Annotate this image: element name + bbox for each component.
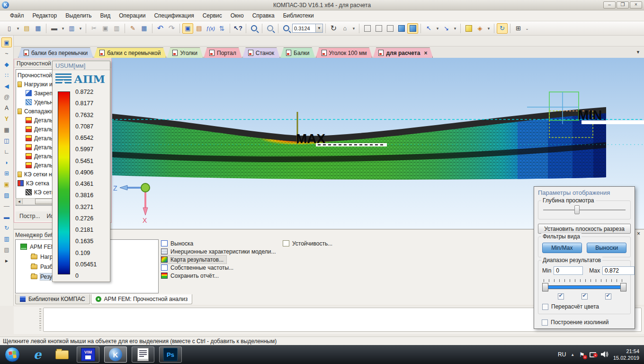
rail-sketch-icon[interactable]: ◆ <box>1 59 12 69</box>
max-value-input[interactable] <box>602 266 635 275</box>
properties-table-icon[interactable]: ▦ <box>139 23 150 34</box>
document-tab[interactable]: Портал × <box>204 47 242 58</box>
scale-combo[interactable]: 0.3124 ▼ <box>292 24 323 33</box>
fem-menu-item[interactable]: Собственные частоты... <box>161 264 236 272</box>
fem-menu-item[interactable]: Карта результатов... <box>161 255 226 264</box>
rotate-icon[interactable]: ↻ <box>328 23 339 34</box>
open-icon[interactable]: ▤ <box>21 23 32 34</box>
numbering-icon[interactable]: ⇅ <box>216 23 227 34</box>
menu-item[interactable]: Редактор <box>28 11 62 20</box>
result-legend-panel[interactable]: USUM[мм] АПМ 0.87220.81770.76320.70870.6… <box>52 61 110 282</box>
triad-origin[interactable] <box>141 183 150 192</box>
variables-icon[interactable]: ▤ <box>194 23 205 34</box>
rebuild-icon[interactable]: ↻ <box>497 23 508 34</box>
paste-icon[interactable]: ▥ <box>111 23 122 34</box>
copy-icon[interactable]: ▣ <box>100 23 111 34</box>
document-tab-label[interactable]: балки с перемычкой <box>107 50 161 56</box>
tab-apm-fem-label[interactable]: APM FEM: Прочностной анализ <box>104 296 188 302</box>
toolbar-overflow-icon[interactable]: ⌄ <box>524 23 530 34</box>
select-filter-icon[interactable]: ↖ <box>423 23 434 34</box>
menu-item[interactable]: Библиотеки <box>279 11 318 20</box>
view-depth-slider-handle[interactable] <box>574 205 580 214</box>
shaded-edges-view-icon[interactable] <box>407 23 418 34</box>
tab-kompas-libraries[interactable]: Библиотеки КОМПАС <box>15 294 90 304</box>
snap-filter-dropdown-icon[interactable]: ▾ <box>452 23 458 34</box>
document-tab-label[interactable]: Уголок 100 мм <box>329 50 367 56</box>
taskbar-kompas-button[interactable]: K <box>104 346 127 363</box>
rail-measure-icon[interactable]: ∟ <box>1 146 12 156</box>
menu-item[interactable]: Выделить <box>61 11 96 20</box>
fem-menu-item[interactable]: Инерционные характеристики модели... <box>161 247 279 255</box>
document-tab-label[interactable]: Балки <box>294 50 310 56</box>
taskbar-vim-button[interactable]: VIM <box>77 346 99 363</box>
help-cursor-icon[interactable]: ↖? <box>233 23 243 34</box>
isolines-checkbox[interactable] <box>542 319 548 326</box>
restore-button[interactable]: ❐ <box>617 1 629 9</box>
tab-kompas-libraries-label[interactable]: Библиотеки КОМПАС <box>28 296 85 302</box>
fx-icon[interactable]: ƒ(x) <box>205 23 216 34</box>
rail-new-local-icon[interactable]: ⊞ <box>1 168 12 178</box>
rail-macro-icon[interactable]: ▧ <box>1 245 12 255</box>
print-preview-icon[interactable]: ▥ <box>66 23 77 34</box>
document-tab[interactable]: для расчета × <box>373 47 433 58</box>
callouts-filter-button[interactable]: Выноски <box>587 243 626 253</box>
document-tab[interactable]: балки без перемычки × <box>18 47 93 58</box>
rail-arc-icon[interactable]: ◗ <box>1 157 12 167</box>
menu-item[interactable]: Спецификация <box>150 11 198 20</box>
preview-dropdown-icon[interactable]: ▾ <box>78 23 83 34</box>
rail-filter-icon[interactable]: Y <box>1 114 12 124</box>
save-icon[interactable]: ▦ <box>33 23 44 34</box>
document-tab[interactable]: балки с перемычкой × <box>94 47 166 58</box>
tree-item-label[interactable]: КЭ сетки на <box>24 171 55 178</box>
rail-arrow-icon[interactable]: ◀ <box>1 81 12 91</box>
min-value-input[interactable] <box>554 266 583 275</box>
fem-menu-item[interactable]: Сохранить отчёт... <box>161 272 222 280</box>
fem-menu-item-label[interactable]: Собственные частоты... <box>170 264 233 271</box>
measure-icon[interactable]: ⊞ <box>513 23 524 34</box>
menu-item[interactable]: Вид <box>96 11 115 20</box>
rail-cube-icon[interactable]: ▬ <box>1 212 12 222</box>
select-filter-dropdown-icon[interactable]: ▾ <box>435 23 440 34</box>
rail-rotate-icon[interactable]: ↻ <box>1 223 12 233</box>
document-tab-label[interactable]: балки без перемычки <box>31 50 88 56</box>
undo-icon[interactable]: ↶ <box>155 23 166 34</box>
range-slider-left-handle[interactable] <box>542 283 548 291</box>
menu-item[interactable]: Операции <box>115 11 150 20</box>
rail-table-icon[interactable]: ▦ <box>1 125 12 135</box>
document-tab[interactable]: Уголки × <box>167 47 203 58</box>
start-button[interactable] <box>5 347 20 362</box>
document-tab[interactable]: Балки × <box>280 47 315 58</box>
document-tab-label[interactable]: Уголки <box>180 50 197 56</box>
tab-apm-fem[interactable]: APM FEM: Прочностной анализ <box>91 294 193 304</box>
range-checkbox-1[interactable] <box>558 293 564 300</box>
rail-points-icon[interactable]: ∷ <box>1 70 12 80</box>
hidden-thin-view-icon[interactable] <box>385 23 395 34</box>
zoom-in-icon[interactable] <box>281 23 292 34</box>
rail-insert-icon[interactable]: ▣ <box>1 179 12 189</box>
wireframe-view-icon[interactable] <box>362 23 373 34</box>
rail-spline-icon[interactable]: ~ <box>1 48 12 58</box>
property-bar-handle[interactable] <box>39 309 41 330</box>
fem-menu-item-label[interactable]: Инерционные характеристики модели... <box>170 248 276 255</box>
taskbar-writer-button[interactable] <box>132 346 154 363</box>
range-slider-right-handle[interactable] <box>620 283 626 291</box>
new-document-dropdown-icon[interactable]: ▾ <box>15 23 21 34</box>
isolines-checkbox-label[interactable]: Построение изолиний <box>551 319 608 326</box>
library-folder-label[interactable]: Разб <box>40 264 53 270</box>
rail-frame-icon[interactable]: ◫ <box>1 136 12 146</box>
taskbar-photoshop-button[interactable]: Ps <box>159 346 182 363</box>
panel-close-icon[interactable]: × <box>635 231 642 237</box>
library-folder-label[interactable]: Нагр <box>40 254 53 260</box>
fem-menu-item[interactable]: Выноска <box>161 239 196 247</box>
volume-icon[interactable] <box>601 351 608 358</box>
rail-overflow-icon[interactable]: ▸ <box>1 255 12 265</box>
fem-menu-item-label[interactable]: Выноска <box>170 240 193 247</box>
document-tab[interactable]: Уголок 100 мм × <box>316 47 373 58</box>
rail-collections-icon[interactable]: ▨ <box>1 190 12 200</box>
library-folder-label[interactable]: Резу <box>40 273 52 280</box>
scale-dropdown-icon[interactable]: ▼ <box>315 24 322 32</box>
document-tab-label[interactable]: Станок <box>256 50 274 56</box>
show-document-windows-icon[interactable]: ▣ <box>182 23 193 34</box>
fem-menu-item[interactable]: Устойчивость... <box>283 239 335 247</box>
taskbar-explorer-icon[interactable] <box>54 347 70 362</box>
